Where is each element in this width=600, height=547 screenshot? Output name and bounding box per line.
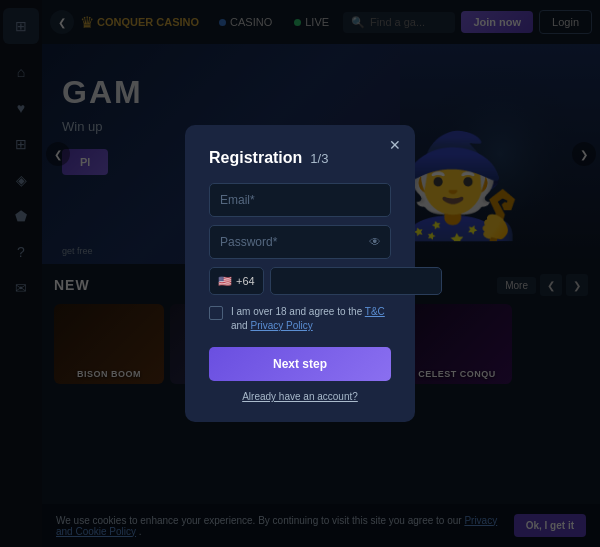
terms-checkbox[interactable] (209, 306, 223, 320)
phone-wrapper: 🇺🇸 +64 (209, 267, 391, 295)
phone-country-selector[interactable]: 🇺🇸 +64 (209, 267, 264, 295)
phone-field[interactable] (270, 267, 442, 295)
registration-modal: Registration 1/3 ✕ 👁 🇺🇸 +64 I am over 18… (185, 125, 415, 422)
phone-code: +64 (236, 275, 255, 287)
modal-close-button[interactable]: ✕ (389, 137, 401, 153)
modal-header: Registration 1/3 (209, 149, 391, 167)
password-field[interactable] (209, 225, 391, 259)
terms-row: I am over 18 and agree to the T&C and Pr… (209, 305, 391, 333)
already-account-link[interactable]: Already have an account? (209, 391, 391, 402)
and-text: and (231, 320, 250, 331)
privacy-link[interactable]: Privacy Policy (250, 320, 312, 331)
terms-label: I am over 18 and agree to the T&C and Pr… (231, 305, 391, 333)
tc-link[interactable]: T&C (365, 306, 385, 317)
modal-step: 1/3 (310, 151, 328, 166)
modal-title: Registration (209, 149, 302, 167)
modal-overlay: Registration 1/3 ✕ 👁 🇺🇸 +64 I am over 18… (0, 0, 600, 547)
flag-icon: 🇺🇸 (218, 275, 232, 288)
password-wrapper: 👁 (209, 225, 391, 259)
email-field[interactable] (209, 183, 391, 217)
terms-text: I am over 18 and agree to the (231, 306, 365, 317)
eye-icon[interactable]: 👁 (369, 235, 381, 249)
next-step-button[interactable]: Next step (209, 347, 391, 381)
